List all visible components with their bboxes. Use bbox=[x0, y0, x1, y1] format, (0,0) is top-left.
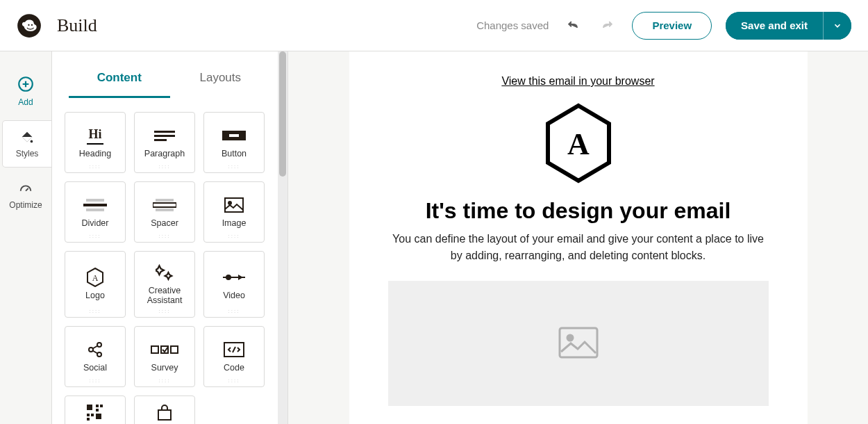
tile-spacer[interactable]: Spacer :::: bbox=[134, 181, 195, 243]
grip-icon: :::: bbox=[90, 163, 101, 170]
image-placeholder[interactable] bbox=[388, 281, 769, 406]
rail-item-styles[interactable]: Styles bbox=[3, 121, 51, 167]
redo-button[interactable] bbox=[597, 15, 618, 36]
svg-rect-25 bbox=[87, 405, 92, 410]
grip-icon: :::: bbox=[159, 308, 171, 314]
mailchimp-logo-icon bbox=[17, 13, 42, 38]
rail-item-optimize[interactable]: Optimize bbox=[0, 172, 51, 218]
svg-point-20 bbox=[97, 352, 101, 357]
svg-rect-12 bbox=[153, 203, 176, 207]
top-bar-actions: Changes saved Preview Save and exit bbox=[476, 12, 851, 40]
tile-label: Image bbox=[222, 218, 247, 228]
tile-paragraph[interactable]: Paragraph :::: bbox=[134, 112, 195, 173]
canvas-heading: It's time to design your email bbox=[388, 198, 769, 224]
svg-rect-35 bbox=[560, 328, 597, 357]
save-exit-button[interactable]: Save and exit bbox=[726, 12, 824, 40]
svg-point-2 bbox=[31, 140, 33, 143]
tile-divider[interactable]: Divider :::: bbox=[65, 181, 126, 243]
tile-label: Video bbox=[223, 291, 245, 300]
panel-scrollbar[interactable] bbox=[278, 51, 287, 424]
tile-label: Creative Assistant bbox=[135, 286, 194, 306]
svg-rect-27 bbox=[100, 405, 103, 407]
tile-label: Social bbox=[83, 363, 107, 373]
svg-rect-5 bbox=[154, 139, 167, 141]
tile-creative-assistant[interactable]: Creative Assistant :::: bbox=[134, 251, 195, 318]
share-icon bbox=[87, 341, 103, 359]
svg-point-15 bbox=[228, 202, 231, 204]
preview-button[interactable]: Preview bbox=[632, 12, 712, 40]
svg-text:A: A bbox=[92, 273, 99, 283]
logo-icon: A bbox=[86, 268, 104, 286]
tile-logo[interactable]: A Logo :::: bbox=[65, 251, 126, 318]
view-in-browser-link[interactable]: View this email in your browser bbox=[501, 75, 654, 88]
email-canvas[interactable]: View this email in your browser A It's t… bbox=[349, 51, 808, 424]
svg-rect-10 bbox=[86, 209, 104, 211]
tile-label: Heading bbox=[79, 149, 112, 158]
rail-item-label: Styles bbox=[16, 149, 39, 158]
svg-rect-13 bbox=[156, 209, 174, 211]
svg-rect-3 bbox=[154, 131, 175, 133]
svg-point-17 bbox=[226, 275, 231, 279]
bag-icon bbox=[156, 404, 173, 422]
left-panel: Content Layouts Hi Heading :::: Paragrap… bbox=[52, 51, 288, 424]
tile-code[interactable]: Code :::: bbox=[203, 326, 265, 387]
tab-content[interactable]: Content bbox=[69, 60, 170, 98]
panel-tabs: Content Layouts bbox=[52, 60, 287, 98]
svg-rect-26 bbox=[96, 405, 99, 407]
svg-rect-32 bbox=[96, 414, 101, 419]
sparkle-icon bbox=[156, 263, 174, 282]
spacer-icon bbox=[153, 196, 176, 214]
tile-apps[interactable]: Apps bbox=[65, 396, 126, 424]
left-rail: Add Styles Optimize bbox=[0, 51, 52, 424]
brand: Build bbox=[17, 13, 97, 38]
tile-label: Logo bbox=[85, 291, 105, 300]
svg-point-36 bbox=[567, 335, 573, 341]
svg-rect-14 bbox=[225, 198, 243, 212]
tile-label: Button bbox=[222, 149, 247, 158]
paragraph-icon bbox=[154, 127, 175, 145]
tile-label: Code bbox=[224, 363, 244, 373]
tile-button[interactable]: Button :::: bbox=[203, 112, 265, 173]
grip-icon: :::: bbox=[228, 233, 240, 239]
heading-icon: Hi bbox=[87, 127, 103, 145]
tile-image[interactable]: Image :::: bbox=[203, 181, 265, 243]
grip-icon: :::: bbox=[90, 233, 101, 239]
page-title: Build bbox=[57, 15, 97, 36]
grip-icon: :::: bbox=[159, 377, 171, 384]
tile-heading[interactable]: Hi Heading :::: bbox=[65, 112, 126, 173]
undo-button[interactable] bbox=[562, 15, 583, 36]
image-icon bbox=[224, 196, 244, 214]
divider-icon bbox=[83, 196, 107, 214]
svg-point-18 bbox=[89, 348, 93, 352]
content-tiles: Hi Heading :::: Paragraph :::: Button ::… bbox=[52, 98, 287, 424]
svg-text:A: A bbox=[567, 127, 590, 161]
top-bar: Build Changes saved Preview Save and exi… bbox=[0, 0, 868, 51]
workspace: Add Styles Optimize Content Layouts Hi H… bbox=[0, 51, 868, 424]
save-exit-dropdown[interactable] bbox=[824, 12, 851, 40]
svg-rect-9 bbox=[83, 204, 107, 206]
code-icon bbox=[224, 341, 244, 359]
scrollbar-thumb[interactable] bbox=[279, 51, 286, 177]
grip-icon: :::: bbox=[228, 163, 240, 170]
tile-label: Spacer bbox=[151, 218, 178, 228]
tile-product[interactable]: Product bbox=[134, 396, 195, 424]
grip-icon: :::: bbox=[228, 308, 240, 314]
tile-social[interactable]: Social :::: bbox=[65, 326, 126, 387]
tab-layouts[interactable]: Layouts bbox=[170, 60, 272, 98]
grip-icon: :::: bbox=[159, 163, 171, 170]
apps-icon bbox=[86, 404, 104, 422]
canvas-area[interactable]: View this email in your browser A It's t… bbox=[288, 51, 868, 424]
tile-survey[interactable]: Survey :::: bbox=[134, 326, 195, 387]
svg-rect-7 bbox=[229, 134, 239, 137]
save-exit-group: Save and exit bbox=[726, 12, 851, 40]
tile-label: Paragraph bbox=[144, 149, 185, 158]
tile-label: Divider bbox=[82, 218, 109, 228]
tile-video[interactable]: Video :::: bbox=[203, 251, 265, 318]
svg-rect-23 bbox=[171, 346, 178, 353]
svg-rect-4 bbox=[154, 135, 175, 137]
grip-icon: :::: bbox=[90, 308, 101, 314]
rail-item-label: Add bbox=[18, 97, 33, 107]
image-placeholder-icon bbox=[558, 327, 599, 361]
rail-item-add[interactable]: Add bbox=[0, 67, 51, 115]
svg-rect-8 bbox=[86, 199, 104, 202]
